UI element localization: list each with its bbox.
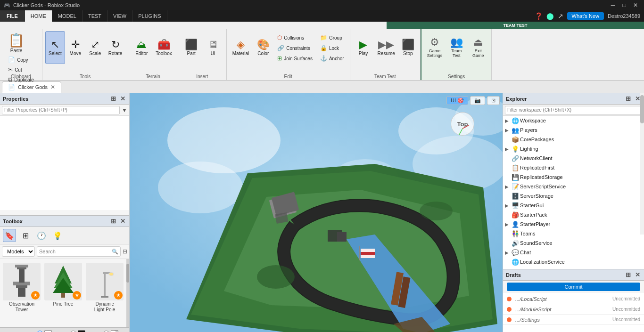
- collisions-btn[interactable]: ⬡ Collisions: [274, 33, 315, 42]
- toolbox-expand-btn[interactable]: ⊞: [109, 218, 117, 225]
- join-surfaces-btn[interactable]: ⊞ Join Surfaces: [274, 54, 315, 63]
- commit-btn[interactable]: Commit: [507, 283, 640, 291]
- lighting-label: Lighting: [520, 146, 642, 152]
- players-arrow[interactable]: ▶: [505, 128, 511, 133]
- stop-btn[interactable]: ⬛ Stop: [399, 31, 417, 64]
- explorer-replicatedfirst[interactable]: ▶ 📋 ReplicatedFirst: [503, 163, 644, 172]
- toolbox-scrollbar[interactable]: [126, 259, 129, 327]
- explorer-scrollbar-thumb[interactable]: [640, 95, 644, 123]
- menu-file[interactable]: FILE: [0, 10, 25, 22]
- play-btn[interactable]: ▶ Play: [353, 31, 374, 64]
- drafts-expand-btn[interactable]: ⊞: [624, 271, 632, 278]
- tab-close-btn[interactable]: ✕: [50, 84, 55, 90]
- viewport-camera-btn[interactable]: 📷: [470, 96, 485, 105]
- toolbox-item-observation-tower[interactable]: ★ Observation Tower: [2, 261, 41, 315]
- explorer-localizationservice[interactable]: ▶ 🌐 LocalizationService: [503, 257, 644, 267]
- viewport-maximize-btn[interactable]: ⊡: [487, 96, 500, 105]
- explorer-networkclient[interactable]: ▶ 🔗 NetworkClient: [503, 154, 644, 163]
- whats-new-btn[interactable]: What's New: [567, 12, 604, 20]
- chat-arrow[interactable]: ▶: [505, 250, 511, 255]
- anchor-btn[interactable]: ⚓ Anchor: [317, 54, 347, 63]
- toolbox-tab-models[interactable]: ⊞: [19, 229, 32, 242]
- startergui-arrow[interactable]: ▶: [505, 203, 511, 208]
- scale-btn[interactable]: ⤢ Scale: [86, 31, 105, 64]
- color-btn[interactable]: 🎨 Color: [254, 31, 272, 64]
- toolbox-item-pine-tree[interactable]: ★ Pine Tree: [43, 261, 83, 315]
- paste-btn[interactable]: 📋 Paste: [5, 31, 27, 55]
- toolbox-close-btn[interactable]: ✕: [119, 218, 126, 225]
- constraints-btn[interactable]: 🔗 Constraints: [274, 43, 315, 53]
- models-dropdown[interactable]: Models: [2, 246, 35, 257]
- explorer-starterplayer[interactable]: ▶ 👤 StarterPlayer: [503, 219, 644, 229]
- group-btn[interactable]: 📁 Group: [317, 33, 347, 42]
- explorer-players[interactable]: ▶ 👥 Players: [503, 125, 644, 135]
- explorer-chat[interactable]: ▶ 💬 Chat: [503, 248, 644, 257]
- localizationservice-icon: 🌐: [512, 258, 519, 266]
- explorer-serverstorage[interactable]: ▶ 🗄️ ServerStorage: [503, 191, 644, 201]
- explorer-expand-btn[interactable]: ⊞: [624, 95, 632, 102]
- drafts-close-btn[interactable]: ✕: [634, 271, 641, 278]
- workspace-arrow[interactable]: ▶: [505, 118, 511, 123]
- material-btn[interactable]: ◈ Material: [230, 31, 252, 64]
- explorer-lighting[interactable]: ▶ 💡 Lighting: [503, 144, 644, 154]
- editor-btn[interactable]: ⛰ Editor: [131, 31, 152, 64]
- bg-black-option[interactable]: Black: [70, 330, 99, 332]
- menu-plugins[interactable]: PLUGINS: [132, 10, 167, 22]
- toolbox-tab-recent[interactable]: 🕐: [35, 229, 48, 242]
- explorer-workspace[interactable]: ▶ 🌐 Workspace: [503, 116, 644, 125]
- menu-view[interactable]: VIEW: [107, 10, 132, 22]
- starterplayer-arrow[interactable]: ▶: [505, 222, 511, 227]
- explorer-startergui[interactable]: ▶ 🖥️ StarterGui: [503, 201, 644, 210]
- exit-game-btn[interactable]: ⏏ Exit Game: [468, 31, 488, 64]
- explorer-serverscriptservice[interactable]: ▶ 📝 ServerScriptService: [503, 182, 644, 191]
- resume-btn[interactable]: ▶▶ Resume: [375, 31, 398, 64]
- explorer-scrollbar-track[interactable]: [640, 93, 644, 235]
- move-btn[interactable]: ✛ Move: [66, 31, 85, 64]
- close-btn[interactable]: ✕: [631, 1, 640, 9]
- menu-test[interactable]: TEST: [83, 10, 107, 22]
- minimize-btn[interactable]: ─: [608, 1, 618, 9]
- toolbox-tab-inventory[interactable]: 🔖: [3, 229, 16, 242]
- explorer-teams[interactable]: ▶ 👫 Teams: [503, 229, 644, 238]
- explorer-corepackages[interactable]: ▶ 📦 CorePackages: [503, 135, 644, 144]
- team-test-btn[interactable]: 👥 Team Test: [446, 31, 467, 64]
- bg-none-option[interactable]: None: [103, 330, 129, 332]
- properties-expand-btn[interactable]: ⊞: [109, 95, 117, 102]
- properties-close-btn[interactable]: ✕: [119, 95, 126, 102]
- toolbox-item-dynamic-light-pole[interactable]: ★ DynamicLight Pole: [85, 261, 124, 315]
- maximize-btn[interactable]: □: [619, 1, 629, 9]
- copy-btn[interactable]: 📄 Copy: [5, 55, 37, 65]
- draft-item-modulescript[interactable]: .../ModuleScript Uncommitted: [503, 304, 644, 315]
- serverscriptservice-arrow[interactable]: ▶: [505, 184, 511, 189]
- draft-item-localscript[interactable]: .../LocalScript Uncommitted: [503, 294, 644, 304]
- properties-filter-chevron[interactable]: ▼: [122, 107, 127, 113]
- toolbox-header: Toolbox ⊞ ✕: [0, 216, 129, 227]
- draft-item-settings[interactable]: .../Settings Uncommitted: [503, 315, 644, 325]
- lock-btn[interactable]: 🔒 Lock: [317, 43, 347, 53]
- lighting-arrow[interactable]: ▶: [505, 146, 511, 152]
- canvas-area[interactable]: UI 🎯 📷 ⊡ Top: [130, 93, 503, 332]
- ui-btn[interactable]: 🖥 UI: [203, 31, 223, 64]
- explorer-starterpack[interactable]: ▶ 🎒 StarterPack: [503, 210, 644, 219]
- cut-btn[interactable]: ✂ Cut: [5, 65, 37, 74]
- viewport-ui-btn[interactable]: UI 🎯: [446, 96, 468, 105]
- draft-name-modulescript: .../ModuleScript: [515, 307, 609, 312]
- explorer-filter-input[interactable]: [505, 106, 642, 114]
- properties-filter-input[interactable]: [2, 106, 120, 114]
- menu-home[interactable]: HOME: [25, 10, 52, 22]
- game-settings-btn[interactable]: ⚙ Game Settings: [424, 31, 446, 64]
- explorer-soundservice[interactable]: ▶ 🔊 SoundService: [503, 238, 644, 248]
- bg-white-option[interactable]: White: [37, 330, 66, 332]
- toolbox-controls: Models 🔍 ⊟: [0, 244, 129, 259]
- menu-model[interactable]: MODEL: [52, 10, 83, 22]
- select-btn[interactable]: ↖ Select: [45, 31, 65, 64]
- search-input[interactable]: [39, 249, 112, 254]
- part-btn[interactable]: ⬛ Part: [181, 31, 202, 64]
- rotate-btn[interactable]: ↻ Rotate: [106, 31, 125, 64]
- terrain-label: Terrain: [128, 74, 177, 79]
- explorer-replicatedstorage[interactable]: ▶ 💾 ReplicatedStorage: [503, 172, 644, 182]
- svg-rect-36: [359, 246, 360, 260]
- toolbox-filter-btn[interactable]: ⊟: [123, 248, 127, 255]
- toolbox-btn[interactable]: 🧰 Toolbox: [153, 31, 174, 64]
- toolbox-tab-assets[interactable]: 💡: [51, 229, 64, 242]
